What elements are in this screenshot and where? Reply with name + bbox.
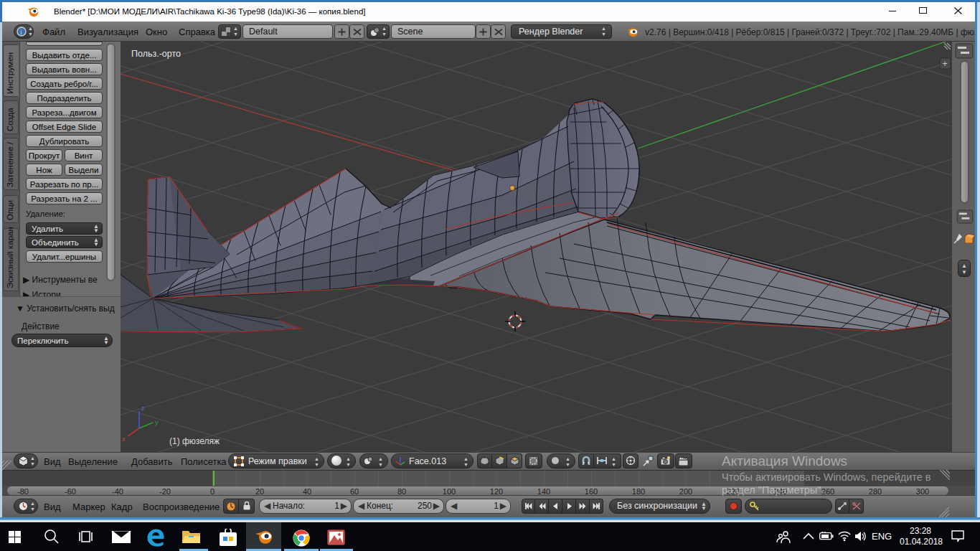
- svg-text:z: z: [141, 405, 145, 412]
- svg-text:(1) фюзеляж: (1) фюзеляж: [169, 436, 220, 446]
- svg-text:y: y: [155, 419, 159, 426]
- svg-text:x: x: [122, 435, 126, 443]
- svg-text:Польз.-орто: Польз.-орто: [131, 49, 181, 59]
- svg-text:i: i: [20, 28, 22, 36]
- svg-text:+: +: [943, 59, 948, 69]
